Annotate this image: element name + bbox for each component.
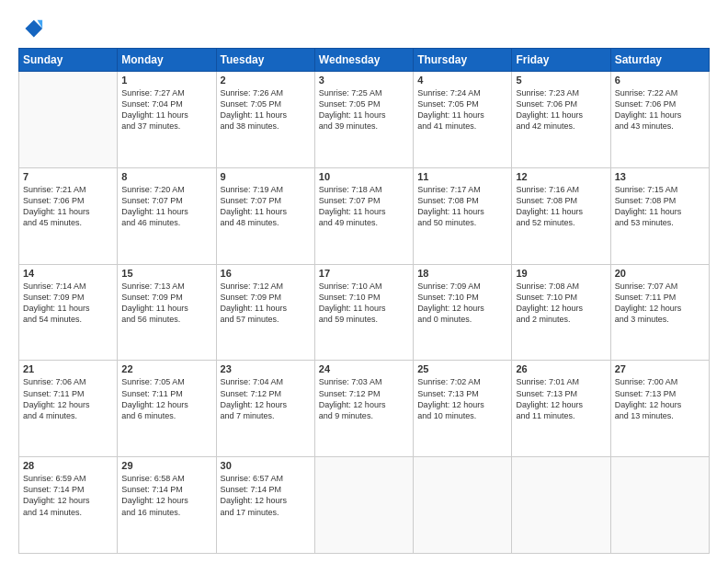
calendar-cell: 1Sunrise: 7:27 AM Sunset: 7:04 PM Daylig… bbox=[118, 72, 216, 168]
week-row-2: 7Sunrise: 7:21 AM Sunset: 7:06 PM Daylig… bbox=[19, 167, 710, 264]
cell-content: Sunrise: 7:12 AM Sunset: 7:09 PM Dayligh… bbox=[221, 281, 311, 326]
day-number: 21 bbox=[23, 363, 113, 374]
day-number: 12 bbox=[516, 171, 606, 182]
day-number: 29 bbox=[121, 460, 211, 471]
day-number: 5 bbox=[516, 75, 606, 86]
week-row-1: 1Sunrise: 7:27 AM Sunset: 7:04 PM Daylig… bbox=[19, 72, 710, 168]
cell-content: Sunrise: 7:17 AM Sunset: 7:08 PM Dayligh… bbox=[417, 184, 507, 229]
calendar-cell: 2Sunrise: 7:26 AM Sunset: 7:05 PM Daylig… bbox=[216, 72, 314, 168]
header-friday: Friday bbox=[512, 49, 610, 72]
cell-content: Sunrise: 6:57 AM Sunset: 7:14 PM Dayligh… bbox=[221, 473, 311, 518]
cell-content: Sunrise: 7:15 AM Sunset: 7:08 PM Dayligh… bbox=[615, 184, 705, 229]
week-row-5: 28Sunrise: 6:59 AM Sunset: 7:14 PM Dayli… bbox=[19, 457, 710, 554]
calendar-table: SundayMondayTuesdayWednesdayThursdayFrid… bbox=[18, 48, 710, 554]
cell-content: Sunrise: 7:08 AM Sunset: 7:10 PM Dayligh… bbox=[516, 281, 606, 326]
calendar-cell bbox=[414, 457, 512, 554]
calendar-cell: 18Sunrise: 7:09 AM Sunset: 7:10 PM Dayli… bbox=[414, 264, 512, 361]
day-number: 6 bbox=[615, 75, 705, 86]
calendar-cell bbox=[314, 457, 413, 554]
cell-content: Sunrise: 7:03 AM Sunset: 7:12 PM Dayligh… bbox=[319, 376, 409, 421]
calendar-cell: 27Sunrise: 7:00 AM Sunset: 7:13 PM Dayli… bbox=[610, 361, 709, 457]
cell-content: Sunrise: 7:14 AM Sunset: 7:09 PM Dayligh… bbox=[23, 281, 113, 326]
day-number: 11 bbox=[417, 171, 507, 182]
cell-content: Sunrise: 6:59 AM Sunset: 7:14 PM Dayligh… bbox=[23, 473, 113, 518]
day-number: 7 bbox=[23, 171, 113, 182]
cell-content: Sunrise: 7:19 AM Sunset: 7:07 PM Dayligh… bbox=[221, 184, 311, 229]
cell-content: Sunrise: 7:13 AM Sunset: 7:09 PM Dayligh… bbox=[121, 281, 211, 326]
cell-content: Sunrise: 7:07 AM Sunset: 7:11 PM Dayligh… bbox=[615, 281, 705, 326]
page: SundayMondayTuesdayWednesdayThursdayFrid… bbox=[0, 0, 728, 563]
calendar-cell: 5Sunrise: 7:23 AM Sunset: 7:06 PM Daylig… bbox=[512, 72, 610, 168]
day-number: 17 bbox=[319, 268, 409, 279]
day-number: 1 bbox=[121, 75, 211, 86]
day-number: 13 bbox=[615, 171, 705, 182]
day-number: 8 bbox=[121, 171, 211, 182]
day-number: 4 bbox=[417, 75, 507, 86]
day-number: 9 bbox=[221, 171, 311, 182]
calendar-cell: 23Sunrise: 7:04 AM Sunset: 7:12 PM Dayli… bbox=[216, 361, 314, 457]
calendar-cell: 6Sunrise: 7:22 AM Sunset: 7:06 PM Daylig… bbox=[610, 72, 709, 168]
calendar-cell bbox=[19, 72, 118, 168]
header-tuesday: Tuesday bbox=[216, 49, 314, 72]
day-number: 18 bbox=[417, 268, 507, 279]
day-number: 16 bbox=[221, 268, 311, 279]
day-number: 15 bbox=[121, 268, 211, 279]
header-sunday: Sunday bbox=[19, 49, 118, 72]
calendar-cell: 21Sunrise: 7:06 AM Sunset: 7:11 PM Dayli… bbox=[19, 361, 118, 457]
cell-content: Sunrise: 7:01 AM Sunset: 7:13 PM Dayligh… bbox=[516, 376, 606, 421]
header-thursday: Thursday bbox=[414, 49, 512, 72]
day-number: 20 bbox=[615, 268, 705, 279]
cell-content: Sunrise: 7:06 AM Sunset: 7:11 PM Dayligh… bbox=[23, 376, 113, 421]
calendar-cell: 12Sunrise: 7:16 AM Sunset: 7:08 PM Dayli… bbox=[512, 167, 610, 264]
calendar-cell: 20Sunrise: 7:07 AM Sunset: 7:11 PM Dayli… bbox=[610, 264, 709, 361]
cell-content: Sunrise: 7:24 AM Sunset: 7:05 PM Dayligh… bbox=[417, 87, 507, 132]
logo-icon bbox=[18, 17, 44, 42]
day-number: 28 bbox=[23, 460, 113, 471]
cell-content: Sunrise: 7:27 AM Sunset: 7:04 PM Dayligh… bbox=[121, 87, 211, 132]
header-saturday: Saturday bbox=[610, 49, 709, 72]
calendar-cell: 13Sunrise: 7:15 AM Sunset: 7:08 PM Dayli… bbox=[610, 167, 709, 264]
calendar-cell: 17Sunrise: 7:10 AM Sunset: 7:10 PM Dayli… bbox=[314, 264, 413, 361]
header-wednesday: Wednesday bbox=[314, 49, 413, 72]
day-number: 3 bbox=[319, 75, 409, 86]
day-number: 25 bbox=[417, 363, 507, 374]
header bbox=[18, 17, 710, 42]
calendar-cell bbox=[610, 457, 709, 554]
header-monday: Monday bbox=[118, 49, 216, 72]
calendar-cell: 4Sunrise: 7:24 AM Sunset: 7:05 PM Daylig… bbox=[414, 72, 512, 168]
calendar-cell bbox=[512, 457, 610, 554]
cell-content: Sunrise: 7:10 AM Sunset: 7:10 PM Dayligh… bbox=[319, 281, 409, 326]
calendar-header-row: SundayMondayTuesdayWednesdayThursdayFrid… bbox=[19, 49, 710, 72]
cell-content: Sunrise: 7:22 AM Sunset: 7:06 PM Dayligh… bbox=[615, 87, 705, 132]
cell-content: Sunrise: 6:58 AM Sunset: 7:14 PM Dayligh… bbox=[121, 473, 211, 518]
calendar-cell: 3Sunrise: 7:25 AM Sunset: 7:05 PM Daylig… bbox=[314, 72, 413, 168]
day-number: 30 bbox=[221, 460, 311, 471]
calendar-cell: 30Sunrise: 6:57 AM Sunset: 7:14 PM Dayli… bbox=[216, 457, 314, 554]
calendar-cell: 26Sunrise: 7:01 AM Sunset: 7:13 PM Dayli… bbox=[512, 361, 610, 457]
week-row-4: 21Sunrise: 7:06 AM Sunset: 7:11 PM Dayli… bbox=[19, 361, 710, 457]
cell-content: Sunrise: 7:25 AM Sunset: 7:05 PM Dayligh… bbox=[319, 87, 409, 132]
calendar-cell: 16Sunrise: 7:12 AM Sunset: 7:09 PM Dayli… bbox=[216, 264, 314, 361]
day-number: 10 bbox=[319, 171, 409, 182]
day-number: 2 bbox=[221, 75, 311, 86]
calendar-cell: 10Sunrise: 7:18 AM Sunset: 7:07 PM Dayli… bbox=[314, 167, 413, 264]
logo bbox=[18, 17, 48, 42]
cell-content: Sunrise: 7:00 AM Sunset: 7:13 PM Dayligh… bbox=[615, 376, 705, 421]
cell-content: Sunrise: 7:09 AM Sunset: 7:10 PM Dayligh… bbox=[417, 281, 507, 326]
day-number: 26 bbox=[516, 363, 606, 374]
week-row-3: 14Sunrise: 7:14 AM Sunset: 7:09 PM Dayli… bbox=[19, 264, 710, 361]
calendar-cell: 25Sunrise: 7:02 AM Sunset: 7:13 PM Dayli… bbox=[414, 361, 512, 457]
day-number: 24 bbox=[319, 363, 409, 374]
calendar-cell: 8Sunrise: 7:20 AM Sunset: 7:07 PM Daylig… bbox=[118, 167, 216, 264]
calendar-cell: 24Sunrise: 7:03 AM Sunset: 7:12 PM Dayli… bbox=[314, 361, 413, 457]
day-number: 19 bbox=[516, 268, 606, 279]
calendar-cell: 11Sunrise: 7:17 AM Sunset: 7:08 PM Dayli… bbox=[414, 167, 512, 264]
cell-content: Sunrise: 7:20 AM Sunset: 7:07 PM Dayligh… bbox=[121, 184, 211, 229]
calendar-cell: 9Sunrise: 7:19 AM Sunset: 7:07 PM Daylig… bbox=[216, 167, 314, 264]
cell-content: Sunrise: 7:05 AM Sunset: 7:11 PM Dayligh… bbox=[121, 376, 211, 421]
cell-content: Sunrise: 7:26 AM Sunset: 7:05 PM Dayligh… bbox=[221, 87, 311, 132]
day-number: 14 bbox=[23, 268, 113, 279]
cell-content: Sunrise: 7:18 AM Sunset: 7:07 PM Dayligh… bbox=[319, 184, 409, 229]
day-number: 22 bbox=[121, 363, 211, 374]
calendar-cell: 7Sunrise: 7:21 AM Sunset: 7:06 PM Daylig… bbox=[19, 167, 118, 264]
